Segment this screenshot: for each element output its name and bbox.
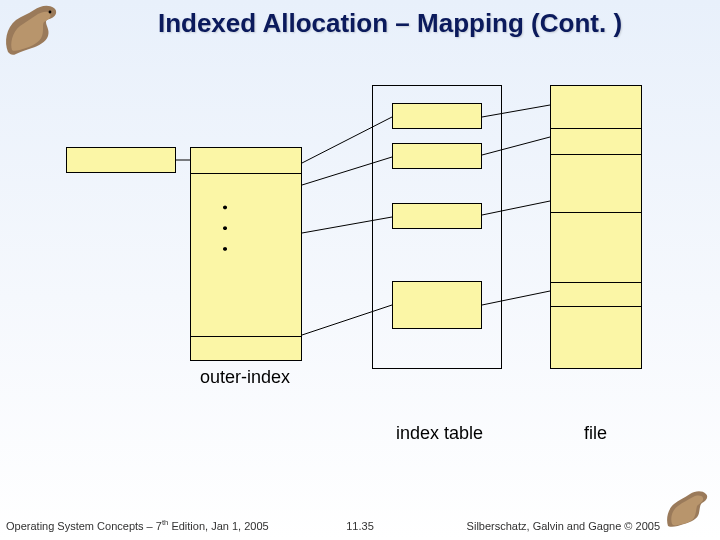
outer-index-ellipsis: • • • xyxy=(222,205,228,257)
svg-point-0 xyxy=(49,11,52,14)
allocation-diagram: • • • outer-index index table file xyxy=(0,55,720,500)
footer-copyright: Silberschatz, Galvin and Gagne © 2005 xyxy=(467,520,660,532)
outer-index-label: outer-index xyxy=(200,367,290,388)
footer-slide-number: 11.35 xyxy=(346,520,374,532)
root-pointer-block xyxy=(66,147,176,173)
index-entry-2 xyxy=(392,143,482,169)
slide-title: Indexed Allocation – Mapping (Cont. ) xyxy=(80,8,700,39)
file-column xyxy=(550,85,642,369)
index-entry-1 xyxy=(392,103,482,129)
footer-left-suffix: Edition, Jan 1, 2005 xyxy=(168,520,268,532)
index-entry-3 xyxy=(392,203,482,229)
dinosaur-logo-icon xyxy=(2,2,64,58)
index-entry-4 xyxy=(392,281,482,329)
file-label: file xyxy=(584,423,607,444)
index-table-label: index table xyxy=(396,423,483,444)
footer-left-prefix: Operating System Concepts – 7 xyxy=(6,520,162,532)
footer-left: Operating System Concepts – 7th Edition,… xyxy=(6,518,269,532)
slide-footer: Operating System Concepts – 7th Edition,… xyxy=(0,510,720,536)
outer-index-block xyxy=(190,147,302,361)
